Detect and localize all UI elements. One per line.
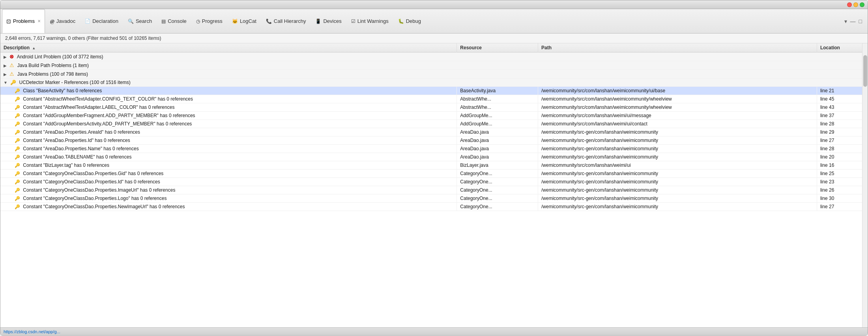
group-label-ucdetector: UCDetector Marker - References (100 of 1…	[19, 80, 131, 85]
table-row[interactable]: 🔑 Constant "CategoryOneClassDao.Properti…	[0, 203, 868, 211]
row-path: /wemicommunity/src-gen/com/lanshan/weimi…	[541, 204, 658, 209]
row-path: /wemicommunity/src/com/lanshan/weimicomm…	[541, 96, 672, 102]
row-description: Constant "AddGroupMemberFragment.ADD_PAR…	[23, 113, 195, 118]
tab-problems[interactable]: ⊡ Problems ✕	[2, 9, 45, 33]
row-uc-icon: 🔑	[15, 163, 20, 168]
row-path: /wemicommunity/src-gen/com/lanshan/weimi…	[541, 171, 658, 176]
scrollbar-thumb[interactable]	[863, 55, 867, 87]
minimize-button[interactable]	[853, 2, 858, 7]
close-button[interactable]	[847, 2, 852, 7]
row-location: line 26	[820, 187, 834, 193]
tab-lintwarnings[interactable]: ☑ Lint Warnings	[347, 9, 393, 33]
table-row[interactable]: 🔑 Class "BaseActivity" has 0 references …	[0, 87, 868, 95]
group-label-java-problems: Java Problems (100 of 798 items)	[17, 71, 88, 77]
row-resource: AreaDao.java	[460, 154, 489, 160]
group-label-java-build: Java Build Path Problems (1 item)	[17, 63, 89, 68]
tab-javadoc[interactable]: @ Javadoc	[46, 9, 80, 33]
tab-progress-label: Progress	[202, 18, 223, 24]
row-description: Class "BaseActivity" has 0 references	[23, 88, 102, 93]
row-location: line 37	[820, 113, 834, 118]
col-resource[interactable]: Resource	[457, 43, 538, 52]
col-location[interactable]: Location	[817, 43, 868, 52]
tab-logcat[interactable]: 🐱 LogCat	[228, 9, 261, 33]
search-icon: 🔍	[128, 19, 134, 24]
tab-problems-close[interactable]: ✕	[37, 19, 41, 23]
row-description: Constant "AreaDao.Properties.Name" has 0…	[23, 146, 138, 151]
row-uc-icon: 🔑	[15, 188, 20, 192]
row-resource: AreaDao.java	[460, 129, 489, 135]
tab-callhierarchy-label: Call Hierarchy	[274, 18, 306, 24]
row-path: /wemicommunity/src/com/lanshan/weimi/ui	[541, 162, 631, 168]
tab-declaration-label: Declaration	[92, 18, 118, 24]
row-location: line 20	[820, 154, 834, 160]
row-description: Constant "AreaDao.Properties.AreaId" has…	[23, 129, 140, 135]
row-location: line 23	[820, 179, 834, 185]
table-row[interactable]: 🔑 Constant "AreaDao.TABLENAME" has 0 ref…	[0, 153, 868, 161]
title-bar	[0, 0, 868, 9]
ucdetector-icon: 🔑	[10, 80, 16, 85]
row-path: /wemicommunity/src/com/lanshan/weimi/ui/…	[541, 121, 647, 127]
expand-arrow-java-build[interactable]: ▶	[4, 63, 7, 68]
tab-problems-label: Problems	[13, 18, 35, 24]
minimize-view-icon[interactable]: —	[849, 17, 857, 25]
group-row-java-problems[interactable]: ▶ ⚠ Java Problems (100 of 798 items)	[0, 70, 868, 78]
group-row-ucdetector[interactable]: ▼ 🔑 UCDetector Marker - References (100 …	[0, 78, 868, 87]
tab-declaration[interactable]: 📄 Declaration	[80, 9, 123, 33]
status-url[interactable]: https://zblog.csdn.net/app/g...	[4, 329, 60, 334]
group-row-android-lint[interactable]: ▶ ⊗ Android Lint Problem (100 of 3772 it…	[0, 52, 868, 61]
status-bar: https://zblog.csdn.net/app/g...	[0, 327, 868, 335]
expand-arrow-android-lint[interactable]: ▶	[4, 55, 7, 59]
warning-icon: ⚠	[9, 71, 14, 77]
group-row-java-build[interactable]: ▶ ⚠ Java Build Path Problems (1 item)	[0, 61, 868, 70]
row-location: line 28	[820, 146, 834, 151]
tab-callhierarchy[interactable]: 📞 Call Hierarchy	[262, 9, 311, 33]
row-resource: AddGroupMe...	[460, 121, 492, 127]
row-description: Constant "AddGroupMembersActivity.ADD_PA…	[23, 121, 192, 127]
table-row[interactable]: 🔑 Constant "CategoryOneClassDao.Properti…	[0, 186, 868, 194]
expand-arrow-ucdetector[interactable]: ▼	[4, 80, 7, 85]
expand-arrow-java-problems[interactable]: ▶	[4, 72, 7, 77]
devices-icon: 📱	[315, 19, 321, 24]
row-description: Constant "AreaDao.Properties.Id" has 0 r…	[23, 138, 130, 143]
maximize-view-icon[interactable]: □	[858, 17, 863, 25]
tab-devices[interactable]: 📱 Devices	[311, 9, 346, 33]
tab-search-label: Search	[136, 18, 152, 24]
table-row[interactable]: 🔑 Constant "AddGroupMemberFragment.ADD_P…	[0, 112, 868, 120]
row-location: line 27	[820, 138, 834, 143]
table-row[interactable]: 🔑 Constant "CategoryOneClassDao.Properti…	[0, 178, 868, 186]
row-resource: CategoryOne...	[460, 196, 492, 201]
row-location: line 30	[820, 196, 834, 201]
warning-icon: ⚠	[9, 62, 14, 68]
table-row[interactable]: 🔑 Constant "AreaDao.Properties.AreaId" h…	[0, 128, 868, 136]
row-uc-icon: 🔑	[15, 105, 20, 110]
row-resource: BizLayer.java	[460, 162, 488, 168]
table-row[interactable]: 🔑 Constant "CategoryOneClassDao.Properti…	[0, 194, 868, 203]
problems-table-container[interactable]: Description ▲ Resource Path Location	[0, 43, 868, 327]
row-location: line 28	[820, 121, 834, 127]
tab-progress[interactable]: ◷ Progress	[192, 9, 227, 33]
row-description: Constant "AreaDao.TABLENAME" has 0 refer…	[23, 154, 131, 160]
window-controls	[847, 2, 864, 7]
table-row[interactable]: 🔑 Constant "AddGroupMembersActivity.ADD_…	[0, 120, 868, 128]
row-path: /wemicommunity/src-gen/com/lanshan/weimi…	[541, 154, 658, 160]
tab-search[interactable]: 🔍 Search	[123, 9, 156, 33]
tab-console[interactable]: ▤ Console	[157, 9, 191, 33]
table-row[interactable]: 🔑 Constant "AreaDao.Properties.Id" has 0…	[0, 136, 868, 145]
row-path: /wemicommunity/src-gen/com/lanshan/weimi…	[541, 196, 658, 201]
table-row[interactable]: 🔑 Constant "BizLayer.tag" has 0 referenc…	[0, 161, 868, 170]
table-row[interactable]: 🔑 Constant "AbstractWheelTextAdapter.CON…	[0, 95, 868, 103]
tab-debug[interactable]: 🐛 Debug	[394, 9, 425, 33]
table-row[interactable]: 🔑 Constant "CategoryOneClassDao.Properti…	[0, 170, 868, 178]
row-uc-icon: 🔑	[15, 204, 20, 209]
col-path[interactable]: Path	[538, 43, 817, 52]
row-resource: CategoryOne...	[460, 204, 492, 209]
row-description: Constant "AbstractWheelTextAdapter.CONFI…	[23, 96, 193, 102]
view-menu-icon[interactable]: ▾	[844, 17, 848, 25]
scrollbar-track[interactable]	[862, 43, 868, 327]
col-description[interactable]: Description ▲	[0, 43, 457, 52]
row-description: Constant "BizLayer.tag" has 0 references	[23, 162, 109, 168]
maximize-button[interactable]	[860, 2, 864, 7]
error-icon: ⊗	[9, 54, 14, 60]
table-row[interactable]: 🔑 Constant "AbstractWheelTextAdapter.LAB…	[0, 103, 868, 112]
table-row[interactable]: 🔑 Constant "AreaDao.Properties.Name" has…	[0, 145, 868, 153]
